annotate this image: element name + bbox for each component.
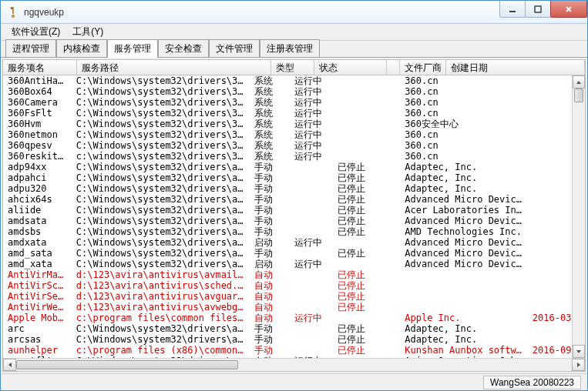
cell: 已停止	[333, 205, 400, 216]
cell: 系统	[250, 140, 290, 151]
cell: C:\Windows\system32\drivers\arcsas.sys	[72, 334, 250, 345]
cell: C:\Windows\system32\drivers\amd_sat...	[72, 248, 250, 259]
cell: 已停止	[333, 291, 400, 302]
cell: c:\program files (x86)\common files...	[72, 345, 250, 356]
table-row[interactable]: 360qpesvC:\Windows\system32\drivers\360q…	[3, 140, 585, 151]
column-header-3[interactable]: 状态	[314, 60, 387, 75]
cell: amdxata	[3, 237, 72, 248]
table-row[interactable]: amdxataC:\Windows\system32\drivers\amdxa…	[3, 237, 585, 248]
cell: 手动	[250, 334, 290, 345]
cell: 系统	[250, 151, 290, 162]
table-row[interactable]: 360CameraC:\Windows\system32\drivers\360…	[3, 97, 585, 108]
table-row[interactable]: aunhelperc:\program files (x86)\common f…	[3, 345, 585, 356]
column-header-0[interactable]: 服务项名	[3, 60, 77, 75]
tab-4[interactable]: 文件管理	[209, 39, 260, 57]
cell: 已停止	[333, 334, 400, 345]
vertical-scrollbar[interactable]	[572, 75, 585, 358]
cell: 运行中	[290, 259, 333, 269]
vscroll-thumb[interactable]	[574, 89, 583, 102]
cell: ahcix64s	[3, 194, 72, 205]
cell: 运行中	[290, 151, 333, 162]
table-row[interactable]: 360HvmC:\Windows\system32\drivers\360hvm…	[3, 119, 585, 129]
column-header-4[interactable]: 文件厂商	[400, 60, 446, 75]
table-row[interactable]: adpu320C:\Windows\system32\drivers\adpu3…	[3, 183, 585, 194]
cell: 360.cn	[400, 97, 528, 108]
table-row[interactable]: 360FsFltC:\Windows\system32\drivers\360f…	[3, 108, 585, 119]
tab-5[interactable]: 注册表管理	[260, 39, 320, 57]
cell: C:\Windows\system32\drivers\amdsbs.sys	[72, 226, 250, 237]
table-row[interactable]: 360AntiHackerC:\Windows\system32\drivers…	[3, 75, 585, 86]
table-row[interactable]: avgntfltC:\Windows\system32\drivers\avgn…	[3, 356, 585, 358]
cell	[290, 216, 333, 226]
cell: 运行中	[290, 75, 333, 86]
cell: c:\windows\system32\drivers\360resk...	[72, 151, 250, 162]
scroll-right-button[interactable]	[572, 359, 585, 371]
tab-3[interactable]: 安全检查	[158, 39, 209, 57]
minimize-button[interactable]	[499, 1, 526, 18]
column-header-1[interactable]: 服务路径	[77, 60, 271, 75]
table-row[interactable]: arcsasC:\Windows\system32\drivers\arcsas…	[3, 334, 585, 345]
hscroll-thumb[interactable]	[16, 360, 238, 369]
tab-1[interactable]: 内核检查	[56, 39, 107, 57]
tab-0[interactable]: 进程管理	[5, 39, 56, 57]
window-title: ngqveukp	[24, 7, 500, 18]
cell: C:\Windows\system32\drivers\360hvm6...	[72, 119, 250, 129]
cell: 自动	[250, 280, 290, 291]
cell	[333, 97, 400, 108]
cell: 系统	[250, 97, 290, 108]
column-header-2[interactable]: 类型	[271, 60, 314, 75]
menu-settings[interactable]: 软件设置(Z)	[5, 24, 66, 40]
scroll-down-button[interactable]	[573, 345, 585, 358]
cell: C:\Windows\system32\drivers\avgntfl...	[72, 356, 250, 358]
horizontal-scrollbar[interactable]	[3, 358, 585, 371]
cell: 自动	[250, 312, 290, 323]
table-row[interactable]: amdsataC:\Windows\system32\drivers\amdsa…	[3, 216, 585, 226]
cell: C:\Windows\system32\drivers\360Came...	[72, 97, 250, 108]
maximize-button[interactable]	[525, 1, 551, 18]
cell	[290, 280, 333, 291]
table-row[interactable]: adpahciC:\Windows\system32\drivers\adpah…	[3, 172, 585, 183]
cell: amd_sata	[3, 248, 72, 259]
close-button[interactable]	[550, 1, 587, 18]
cell: Advanced Micro Devices	[400, 237, 528, 248]
tab-2[interactable]: 服务管理	[107, 39, 158, 58]
table-row[interactable]: arcC:\Windows\system32\drivers\arc.sys手动…	[3, 323, 585, 334]
table-row[interactable]: amd_xataC:\Windows\system32\drivers\amd_…	[3, 259, 585, 269]
cell: Advanced Micro Devices	[400, 259, 528, 269]
cell: 已停止	[333, 216, 400, 226]
menu-tools[interactable]: 工具(Y)	[66, 24, 109, 40]
table-row[interactable]: 360Box64C:\Windows\system32\drivers\360b…	[3, 86, 585, 97]
table-row[interactable]: amdsbsC:\Windows\system32\drivers\amdsbs…	[3, 226, 585, 237]
column-header-5[interactable]: 创建日期	[446, 60, 585, 75]
titlebar[interactable]: ngqveukp	[1, 1, 587, 24]
table-row[interactable]: amd_sataC:\Windows\system32\drivers\amd_…	[3, 248, 585, 259]
scroll-left-button[interactable]	[3, 359, 16, 371]
cell	[290, 323, 333, 334]
cell: 启动	[250, 237, 290, 248]
table-row[interactable]: Apple Mobile...c:\program files\common f…	[3, 312, 585, 323]
cell: 自动	[250, 302, 290, 312]
cell	[400, 291, 528, 302]
cell: 运行中	[290, 312, 333, 323]
table-row[interactable]: AntiVirMailS...d:\123\avira\antivirus\av…	[3, 269, 585, 280]
cell: adp94xx	[3, 162, 72, 172]
table-row[interactable]: ahcix64sC:\Windows\system32\drivers\ahci…	[3, 194, 585, 205]
cell: 自动	[250, 356, 290, 358]
table-row[interactable]: aliideC:\Windows\system32\drivers\aliide…	[3, 205, 585, 216]
cell: 已停止	[333, 172, 400, 183]
cell: C:\Windows\system32\drivers\360netm...	[72, 129, 250, 140]
table-row[interactable]: adp94xxC:\Windows\system32\drivers\adp94…	[3, 162, 585, 172]
cell: d:\123\avira\antivirus\avmailc7.exe	[72, 269, 250, 280]
table-row[interactable]: 360reskit64c:\windows\system32\drivers\3…	[3, 151, 585, 162]
table-row[interactable]: AntiVirServiced:\123\avira\antivirus\avg…	[3, 291, 585, 302]
cell: 已停止	[333, 248, 400, 259]
cell: 手动	[250, 345, 290, 356]
grid-body[interactable]: 360AntiHackerC:\Windows\system32\drivers…	[3, 75, 585, 358]
scroll-up-button[interactable]	[573, 75, 585, 89]
cell: Avira Operations GmbH & C...	[400, 356, 528, 358]
table-row[interactable]: AntiVirWebSe...d:\123\avira\antivirus\av…	[3, 302, 585, 312]
cell: C:\Windows\system32\drivers\ahcix64...	[72, 194, 250, 205]
table-row[interactable]: AntiVirSched...d:\123\avira\antivirus\sc…	[3, 280, 585, 291]
hscroll-track[interactable]	[16, 359, 572, 371]
table-row[interactable]: 360netmonC:\Windows\system32\drivers\360…	[3, 129, 585, 140]
